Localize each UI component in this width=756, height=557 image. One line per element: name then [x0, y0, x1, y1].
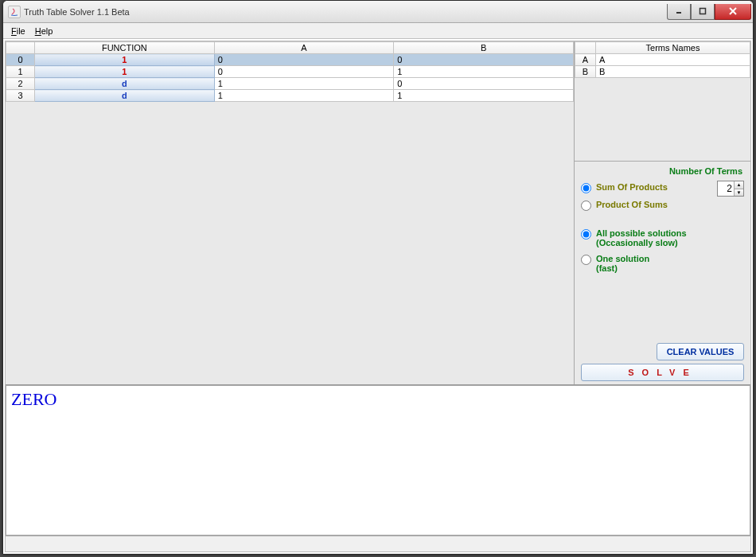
- row-index[interactable]: 1: [6, 66, 35, 78]
- cell-function[interactable]: 1: [35, 66, 215, 78]
- java-icon: [8, 6, 21, 18]
- status-bar: [6, 536, 750, 551]
- row-index[interactable]: 2: [6, 78, 35, 90]
- cell-b[interactable]: 1: [394, 90, 574, 102]
- num-terms-label: Number Of Terms: [669, 166, 742, 176]
- terms-header[interactable]: Terms Names: [596, 42, 750, 54]
- label-all-solutions: All possible solutions (Occasionally slo…: [596, 228, 687, 247]
- client-area: FUNCTION A B 010011012d103d11: [5, 41, 751, 552]
- label-pos: Product Of Sums: [596, 200, 668, 209]
- titlebar[interactable]: Truth Table Solver 1.1 Beta: [3, 1, 753, 23]
- cell-a[interactable]: 0: [214, 66, 394, 78]
- table-row[interactable]: 2d10: [6, 78, 574, 90]
- radio-one-solution[interactable]: [581, 255, 591, 265]
- row-index[interactable]: 3: [6, 90, 35, 102]
- cell-function[interactable]: d: [35, 90, 215, 102]
- terms-row[interactable]: AA: [575, 54, 750, 66]
- term-key[interactable]: A: [575, 54, 596, 66]
- menu-file[interactable]: File: [6, 25, 30, 37]
- table-corner: [6, 42, 35, 54]
- minimize-button[interactable]: [667, 4, 691, 20]
- upper-panel: FUNCTION A B 010011012d103d11: [6, 41, 750, 385]
- cell-function[interactable]: d: [35, 78, 215, 90]
- output-panel[interactable]: ZERO: [6, 385, 750, 536]
- cell-b[interactable]: 0: [394, 78, 574, 90]
- terms-corner: [575, 42, 596, 54]
- col-function[interactable]: FUNCTION: [35, 42, 215, 54]
- radio-pos[interactable]: [581, 201, 591, 211]
- cell-b[interactable]: 1: [394, 66, 574, 78]
- right-panel: Terms Names AABB Number Of Terms: [574, 41, 750, 384]
- window-controls: [667, 4, 751, 20]
- terms-table[interactable]: Terms Names AABB: [575, 41, 750, 78]
- table-row[interactable]: 0100: [6, 54, 574, 66]
- row-index[interactable]: 0: [6, 54, 35, 66]
- table-row[interactable]: 1101: [6, 66, 574, 78]
- window-title: Truth Table Solver 1.1 Beta: [24, 7, 667, 17]
- svg-rect-1: [700, 9, 706, 14]
- label-sop: Sum Of Products: [596, 182, 668, 192]
- col-b[interactable]: B: [394, 42, 574, 54]
- truth-table-pane: FUNCTION A B 010011012d103d11: [6, 41, 574, 384]
- clear-values-button[interactable]: CLEAR VALUES: [657, 343, 744, 360]
- radio-all-solutions[interactable]: [581, 229, 591, 240]
- menubar: File Help: [3, 23, 753, 39]
- term-value[interactable]: B: [596, 66, 750, 78]
- cell-function[interactable]: 1: [35, 54, 215, 66]
- cell-a[interactable]: 1: [214, 90, 394, 102]
- options-panel: Number Of Terms ▲ ▼: [575, 161, 750, 384]
- terms-row[interactable]: BB: [575, 66, 750, 78]
- term-value[interactable]: A: [596, 54, 750, 66]
- truth-table[interactable]: FUNCTION A B 010011012d103d11: [6, 41, 574, 102]
- menu-help[interactable]: Help: [30, 25, 58, 37]
- col-a[interactable]: A: [214, 42, 394, 54]
- label-one-solution: One solution (fast): [596, 254, 649, 273]
- solve-button[interactable]: SOLVE: [581, 364, 744, 381]
- app-window: Truth Table Solver 1.1 Beta File Help: [2, 0, 754, 555]
- cell-a[interactable]: 1: [214, 78, 394, 90]
- close-button[interactable]: [715, 4, 751, 20]
- cell-b[interactable]: 0: [394, 54, 574, 66]
- term-key[interactable]: B: [575, 66, 596, 78]
- table-row[interactable]: 3d11: [6, 90, 574, 102]
- maximize-button[interactable]: [691, 4, 715, 20]
- radio-sop[interactable]: [581, 183, 591, 193]
- cell-a[interactable]: 0: [214, 54, 394, 66]
